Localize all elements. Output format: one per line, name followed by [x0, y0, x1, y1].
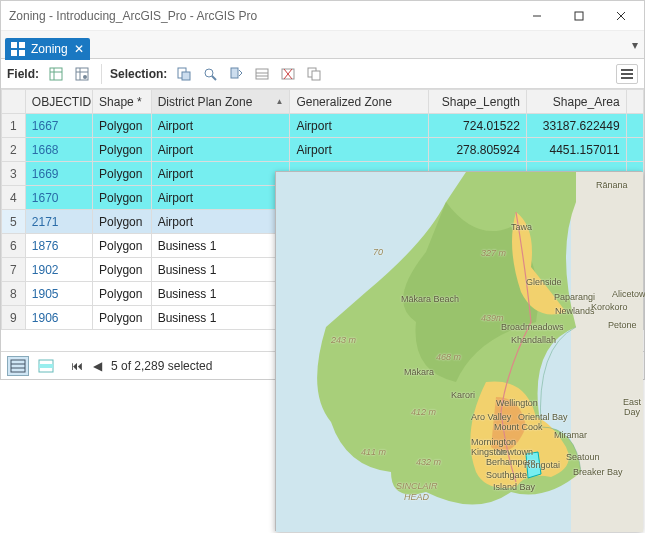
map-label: Alicetow [612, 289, 645, 299]
separator [101, 64, 102, 84]
map-label: Tawa [511, 222, 532, 232]
window-title: Zoning - Introducing_ArcGIS_Pro - ArcGIS… [9, 9, 257, 23]
map-label: Southgate [486, 470, 527, 480]
column-header[interactable] [626, 90, 643, 114]
show-all-records-button[interactable] [7, 356, 29, 376]
cell: 1667 [25, 114, 92, 138]
tab-bar: Zoning ✕ ▾ [1, 31, 644, 59]
map-label: Mornington [471, 437, 516, 447]
map-label: 327 m [481, 248, 506, 258]
table-row[interactable]: 11667PolygonAirportAirport724.0152233187… [2, 114, 644, 138]
panel-menu-chevron-icon[interactable]: ▾ [632, 38, 638, 52]
map-label: 411 m [361, 447, 386, 457]
cell: Airport [151, 114, 290, 138]
map-label: Newlands [555, 306, 595, 316]
map-label: Rongotai [524, 460, 560, 470]
titlebar: Zoning - Introducing_ArcGIS_Pro - ArcGIS… [1, 1, 644, 31]
map-label: Aro Valley [471, 412, 511, 422]
switch-selection-button[interactable] [225, 63, 247, 85]
cell: Business 1 [151, 282, 290, 306]
copy-selection-button[interactable] [303, 63, 325, 85]
svg-rect-23 [312, 71, 320, 80]
column-header[interactable]: Generalized Zone [290, 90, 429, 114]
cell: 1670 [25, 186, 92, 210]
map-label: Khandallah [511, 335, 556, 345]
show-selected-records-button[interactable] [35, 356, 57, 376]
cell: 1902 [25, 258, 92, 282]
cell: 4 [2, 186, 26, 210]
cell: 2 [2, 138, 26, 162]
column-header[interactable]: Shape_Area [526, 90, 626, 114]
selection-count: 5 of 2,289 selected [111, 359, 212, 373]
cell: 4451.157011 [526, 138, 626, 162]
cell: Business 1 [151, 306, 290, 330]
previous-record-button[interactable]: ◀ [89, 359, 105, 373]
svg-rect-15 [231, 68, 238, 78]
select-by-attributes-button[interactable] [173, 63, 195, 85]
toolbar: Field: Selection: [1, 59, 644, 89]
header-row: OBJECTID *Shape *District Plan ZoneGener… [2, 90, 644, 114]
zoom-to-selection-button[interactable] [199, 63, 221, 85]
cell: Airport [290, 138, 429, 162]
cell: 8 [2, 282, 26, 306]
svg-point-10 [83, 75, 87, 79]
map-label: 432 m [416, 457, 441, 467]
clear-selection-button[interactable] [251, 63, 273, 85]
table-options-button[interactable] [616, 64, 638, 84]
cell: 1876 [25, 234, 92, 258]
svg-rect-27 [11, 360, 25, 372]
cell: 6 [2, 234, 26, 258]
cell: 1669 [25, 162, 92, 186]
map-view[interactable]: TawaRānanaGlensidePaparangiNewlandsBroad… [275, 171, 642, 531]
cell: 3 [2, 162, 26, 186]
column-header[interactable]: District Plan Zone [151, 90, 290, 114]
minimize-button[interactable] [516, 2, 558, 30]
cell: Polygon [93, 306, 152, 330]
add-field-button[interactable] [45, 63, 67, 85]
cell: Business 1 [151, 234, 290, 258]
delete-selection-button[interactable] [277, 63, 299, 85]
cell: Airport [151, 210, 290, 234]
map-label: Mākara Beach [401, 294, 459, 304]
close-button[interactable] [600, 2, 642, 30]
map-label: Petone [608, 320, 637, 330]
cell: 1906 [25, 306, 92, 330]
cell: Polygon [93, 138, 152, 162]
map-label: Kingston [471, 447, 506, 457]
column-header[interactable]: Shape * [93, 90, 152, 114]
map-label: 70 [373, 247, 383, 257]
cell: Polygon [93, 210, 152, 234]
svg-line-14 [212, 76, 216, 80]
svg-rect-31 [39, 364, 53, 368]
tab-label: Zoning [31, 42, 68, 56]
field-label: Field: [7, 67, 39, 81]
tab-zoning[interactable]: Zoning ✕ [5, 38, 90, 60]
column-header[interactable]: OBJECTID * [25, 90, 92, 114]
map-label: Broadmeadows [501, 322, 564, 332]
map-label: Breaker Bay [573, 467, 623, 477]
cell: Polygon [93, 234, 152, 258]
map-label: Karori [451, 390, 475, 400]
map-label: Wellington [496, 398, 538, 408]
maximize-button[interactable] [558, 2, 600, 30]
tab-close-icon[interactable]: ✕ [74, 42, 84, 56]
map-label: SINCLAIR [396, 481, 438, 491]
map-label: Miramar [554, 430, 587, 440]
selection-label: Selection: [110, 67, 167, 81]
column-header[interactable] [2, 90, 26, 114]
svg-rect-4 [50, 68, 62, 80]
calculate-field-button[interactable] [71, 63, 93, 85]
column-header[interactable]: Shape_Length [429, 90, 527, 114]
cell: 9 [2, 306, 26, 330]
svg-rect-12 [182, 72, 190, 80]
cell: Airport [151, 162, 290, 186]
first-record-button[interactable]: ⏮ [69, 359, 85, 373]
cell [626, 114, 643, 138]
table-row[interactable]: 21668PolygonAirportAirport278.8059244451… [2, 138, 644, 162]
cell: 724.01522 [429, 114, 527, 138]
cell: Airport [151, 138, 290, 162]
svg-point-13 [205, 69, 213, 77]
map-label: East [623, 397, 641, 407]
cell: Polygon [93, 186, 152, 210]
map-label: 468 m [436, 352, 461, 362]
